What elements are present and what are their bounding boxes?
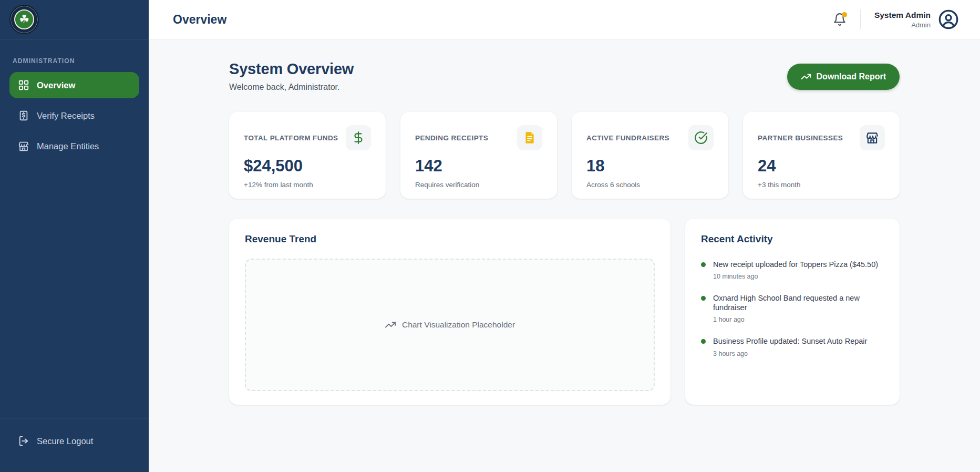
revenue-trend-title: Revenue Trend [245, 233, 655, 245]
unread-notification-dot [842, 12, 847, 17]
recent-activity-panel: Recent Activity New receipt uploaded for… [685, 219, 900, 405]
shamrock-icon: ☘ [14, 9, 34, 29]
recent-activity-title: Recent Activity [701, 233, 884, 245]
user-name: System Admin [874, 11, 931, 20]
user-avatar[interactable] [938, 9, 959, 30]
stat-label: PENDING RECEIPTS [415, 134, 488, 142]
stat-subtext: +12% from last month [244, 181, 371, 189]
activity-item: Business Profile updated: Sunset Auto Re… [701, 336, 884, 357]
stat-subtext: Across 6 schools [586, 181, 714, 189]
user-meta: System Admin Admin [874, 11, 931, 29]
activity-dot-icon [701, 262, 706, 267]
stat-subtext: Requires verification [415, 181, 542, 189]
activity-item: Oxnard High School Band requested a new … [701, 293, 884, 323]
sidebar-item-label: Verify Receipts [37, 111, 95, 121]
receipt-icon [18, 110, 29, 121]
header-right-cluster: System Admin Admin [833, 9, 959, 30]
header-title: Overview [173, 13, 226, 27]
stat-card-partner-businesses: PARTNER BUSINESSES 24 +3 this month [743, 112, 900, 199]
secure-logout-button[interactable]: Secure Logout [9, 428, 139, 454]
page-subtitle: Welcome back, Administrator. [229, 83, 354, 92]
sidebar-section-label: ADMINISTRATION [13, 57, 136, 65]
stat-label: PARTNER BUSINESSES [758, 134, 843, 142]
top-header: Overview System Admin Admin [149, 0, 980, 39]
logout-icon [18, 435, 29, 447]
revenue-trend-panel: Revenue Trend Chart Visualization Placeh… [229, 219, 670, 405]
sidebar-item-label: Manage Entities [37, 141, 99, 151]
download-report-label: Download Report [817, 72, 886, 81]
sidebar-item-label: Overview [37, 80, 75, 90]
chart-placeholder-label: Chart Visualization Placeholder [402, 320, 515, 330]
activity-time: 3 hours ago [713, 350, 884, 357]
main-area: System Overview Welcome back, Administra… [149, 39, 980, 472]
check-circle-icon [688, 125, 714, 150]
stat-value: 142 [415, 157, 542, 176]
activity-dot-icon [701, 296, 706, 301]
activity-list: New receipt uploaded for Toppers Pizza (… [701, 260, 884, 357]
activity-time: 1 hour ago [713, 316, 884, 323]
page-head: System Overview Welcome back, Administra… [229, 60, 900, 92]
store-icon [860, 125, 885, 150]
file-text-icon [517, 125, 542, 150]
dollar-sign-icon [346, 125, 371, 150]
activity-text: Oxnard High School Band requested a new … [713, 293, 884, 312]
trending-up-icon [801, 71, 811, 82]
stat-label: ACTIVE FUNDRAISERS [586, 134, 669, 142]
sidebar-logo-area: ☘ [0, 0, 149, 39]
stats-grid: TOTAL PLATFORM FUNDS $24,500 +12% from l… [229, 112, 900, 199]
activity-time: 10 minutes ago [713, 273, 884, 280]
trending-up-icon [385, 319, 396, 331]
stat-card-pending-receipts: PENDING RECEIPTS 142 Requires verificati… [400, 112, 557, 199]
bottom-grid: Revenue Trend Chart Visualization Placeh… [229, 219, 900, 405]
store-icon [18, 140, 29, 152]
sidebar-item-verify-receipts[interactable]: Verify Receipts [9, 102, 139, 129]
activity-dot-icon [701, 339, 706, 344]
activity-item: New receipt uploaded for Toppers Pizza (… [701, 260, 884, 280]
stat-card-active-fundraisers: ACTIVE FUNDRAISERS 18 Across 6 schools [572, 112, 728, 199]
shamrock-club-logo: ☘ [9, 5, 39, 34]
stat-card-total-platform-funds: TOTAL PLATFORM FUNDS $24,500 +12% from l… [229, 112, 386, 199]
logout-label: Secure Logout [37, 436, 93, 446]
download-report-button[interactable]: Download Report [787, 64, 900, 90]
activity-text: Business Profile updated: Sunset Auto Re… [713, 336, 884, 346]
stat-label: TOTAL PLATFORM FUNDS [244, 134, 338, 142]
page-title: System Overview [229, 60, 354, 78]
sidebar-nav: Overview Verify Receipts Manage Enti [0, 72, 149, 163]
notifications-button[interactable] [833, 13, 847, 26]
sidebar-item-manage-entities[interactable]: Manage Entities [9, 133, 139, 159]
user-role: Admin [874, 21, 931, 29]
user-circle-icon [938, 9, 959, 30]
header-divider [860, 9, 861, 29]
stat-value: $24,500 [244, 157, 371, 176]
stat-subtext: +3 this month [758, 181, 885, 189]
sidebar-item-overview[interactable]: Overview [9, 72, 139, 98]
stat-value: 24 [758, 157, 885, 176]
stat-value: 18 [586, 157, 714, 176]
sidebar: ☘ ADMINISTRATION Overview Verify Recei [0, 0, 149, 472]
sidebar-footer: Secure Logout [0, 418, 149, 472]
activity-text: New receipt uploaded for Toppers Pizza (… [713, 260, 884, 269]
dashboard-icon [18, 79, 29, 91]
chart-placeholder: Chart Visualization Placeholder [245, 259, 655, 391]
